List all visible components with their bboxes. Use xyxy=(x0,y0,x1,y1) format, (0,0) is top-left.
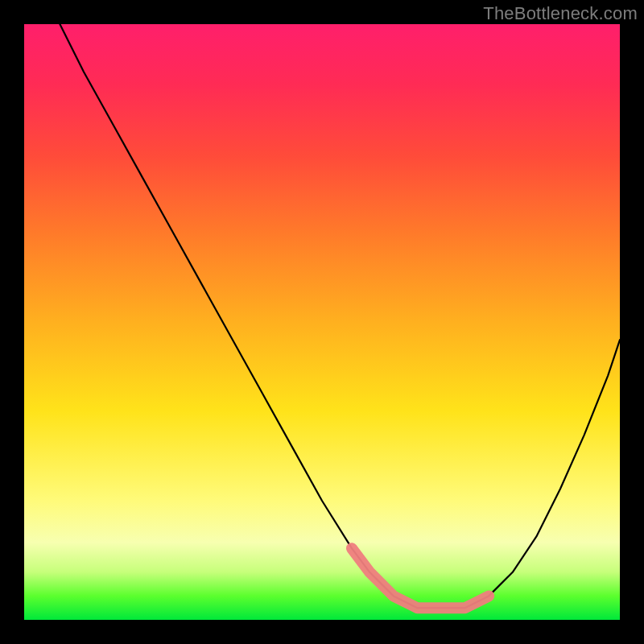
highlight-segment xyxy=(352,548,489,608)
chart-svg xyxy=(24,24,620,620)
chart-frame: TheBottleneck.com xyxy=(0,0,644,644)
watermark-text: TheBottleneck.com xyxy=(483,3,638,24)
plot-area xyxy=(24,24,620,620)
curve-line xyxy=(60,24,620,608)
